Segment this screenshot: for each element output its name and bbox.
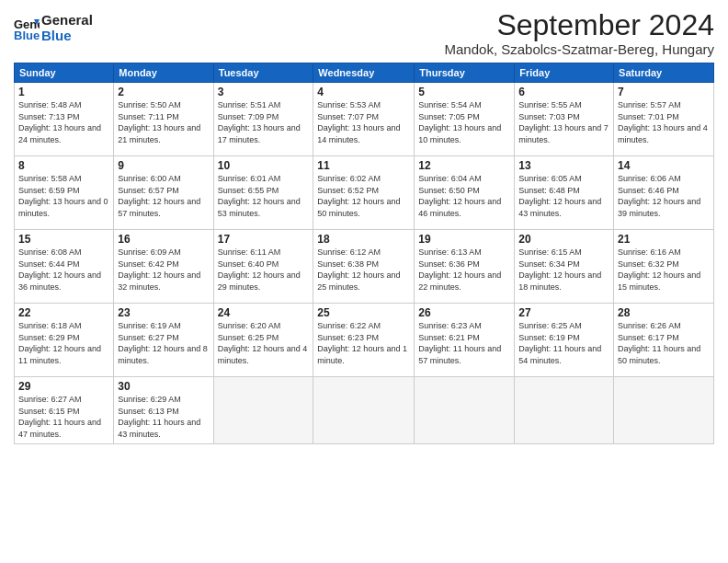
day-number: 9 — [118, 159, 209, 172]
calendar-cell: 21Sunrise: 6:16 AMSunset: 6:32 PMDayligh… — [614, 230, 714, 304]
calendar-cell: 6Sunrise: 5:55 AMSunset: 7:03 PMDaylight… — [515, 83, 614, 156]
calendar-cell — [415, 377, 515, 443]
logo: General Blue General Blue — [14, 13, 93, 43]
weekday-header-wednesday: Wednesday — [313, 63, 415, 83]
day-info: Sunrise: 6:22 AMSunset: 6:23 PMDaylight:… — [317, 320, 410, 366]
day-number: 25 — [317, 306, 410, 319]
calendar-week-4: 22Sunrise: 6:18 AMSunset: 6:29 PMDayligh… — [15, 304, 714, 377]
day-number: 2 — [118, 86, 209, 98]
day-number: 29 — [18, 380, 109, 393]
day-number: 13 — [518, 159, 609, 172]
day-info: Sunrise: 6:29 AMSunset: 6:13 PMDaylight:… — [118, 394, 209, 440]
day-number: 28 — [618, 306, 710, 319]
calendar-cell — [515, 377, 614, 443]
calendar-cell: 3Sunrise: 5:51 AMSunset: 7:09 PMDaylight… — [213, 83, 313, 156]
calendar-cell — [213, 377, 313, 443]
day-number: 30 — [118, 380, 209, 393]
calendar-cell: 4Sunrise: 5:53 AMSunset: 7:07 PMDaylight… — [313, 83, 415, 156]
month-title: September 2024 — [445, 9, 714, 41]
calendar-week-3: 15Sunrise: 6:08 AMSunset: 6:44 PMDayligh… — [15, 230, 714, 304]
calendar-cell: 24Sunrise: 6:20 AMSunset: 6:25 PMDayligh… — [213, 304, 313, 377]
day-number: 19 — [418, 233, 510, 246]
day-number: 21 — [618, 233, 710, 246]
calendar-cell: 15Sunrise: 6:08 AMSunset: 6:44 PMDayligh… — [15, 230, 114, 304]
day-info: Sunrise: 6:25 AMSunset: 6:19 PMDaylight:… — [518, 320, 609, 366]
svg-text:Blue: Blue — [14, 29, 40, 41]
day-info: Sunrise: 6:16 AMSunset: 6:32 PMDaylight:… — [618, 247, 710, 293]
day-number: 12 — [418, 159, 510, 172]
calendar-cell: 20Sunrise: 6:15 AMSunset: 6:34 PMDayligh… — [515, 230, 614, 304]
day-info: Sunrise: 6:00 AMSunset: 6:57 PMDaylight:… — [118, 173, 209, 219]
calendar-cell: 2Sunrise: 5:50 AMSunset: 7:11 PMDaylight… — [114, 83, 213, 156]
day-info: Sunrise: 6:27 AMSunset: 6:15 PMDaylight:… — [18, 394, 109, 440]
calendar-cell: 18Sunrise: 6:12 AMSunset: 6:38 PMDayligh… — [313, 230, 415, 304]
day-number: 1 — [18, 86, 109, 98]
day-info: Sunrise: 5:53 AMSunset: 7:07 PMDaylight:… — [317, 99, 410, 145]
day-number: 8 — [18, 159, 109, 172]
day-info: Sunrise: 6:05 AMSunset: 6:48 PMDaylight:… — [518, 173, 609, 219]
day-info: Sunrise: 5:54 AMSunset: 7:05 PMDaylight:… — [418, 99, 510, 145]
calendar-cell: 14Sunrise: 6:06 AMSunset: 6:46 PMDayligh… — [614, 156, 714, 230]
calendar-cell: 12Sunrise: 6:04 AMSunset: 6:50 PMDayligh… — [415, 156, 515, 230]
day-info: Sunrise: 6:15 AMSunset: 6:34 PMDaylight:… — [518, 247, 609, 293]
calendar-cell: 5Sunrise: 5:54 AMSunset: 7:05 PMDaylight… — [415, 83, 515, 156]
calendar-week-1: 1Sunrise: 5:48 AMSunset: 7:13 PMDaylight… — [15, 83, 714, 156]
calendar: SundayMondayTuesdayWednesdayThursdayFrid… — [14, 63, 714, 443]
calendar-cell: 25Sunrise: 6:22 AMSunset: 6:23 PMDayligh… — [313, 304, 415, 377]
calendar-cell: 1Sunrise: 5:48 AMSunset: 7:13 PMDaylight… — [15, 83, 114, 156]
calendar-cell: 11Sunrise: 6:02 AMSunset: 6:52 PMDayligh… — [313, 156, 415, 230]
weekday-header-monday: Monday — [114, 63, 213, 83]
calendar-cell: 17Sunrise: 6:11 AMSunset: 6:40 PMDayligh… — [213, 230, 313, 304]
day-info: Sunrise: 6:23 AMSunset: 6:21 PMDaylight:… — [418, 320, 510, 366]
calendar-cell: 13Sunrise: 6:05 AMSunset: 6:48 PMDayligh… — [515, 156, 614, 230]
day-number: 17 — [218, 233, 310, 246]
calendar-cell: 7Sunrise: 5:57 AMSunset: 7:01 PMDaylight… — [614, 83, 714, 156]
page: General Blue General Blue September 2024… — [0, 0, 728, 563]
day-number: 27 — [518, 306, 609, 319]
calendar-cell: 22Sunrise: 6:18 AMSunset: 6:29 PMDayligh… — [15, 304, 114, 377]
day-number: 20 — [518, 233, 609, 246]
calendar-cell: 19Sunrise: 6:13 AMSunset: 6:36 PMDayligh… — [415, 230, 515, 304]
day-number: 22 — [18, 306, 109, 319]
day-number: 6 — [518, 86, 609, 98]
day-info: Sunrise: 6:26 AMSunset: 6:17 PMDaylight:… — [618, 320, 710, 366]
day-info: Sunrise: 5:51 AMSunset: 7:09 PMDaylight:… — [218, 99, 310, 145]
weekday-header-thursday: Thursday — [415, 63, 515, 83]
calendar-cell: 30Sunrise: 6:29 AMSunset: 6:13 PMDayligh… — [114, 377, 213, 443]
calendar-cell: 10Sunrise: 6:01 AMSunset: 6:55 PMDayligh… — [213, 156, 313, 230]
day-info: Sunrise: 5:50 AMSunset: 7:11 PMDaylight:… — [118, 99, 209, 145]
calendar-cell — [313, 377, 415, 443]
logo-general: General — [41, 13, 93, 29]
weekday-header-sunday: Sunday — [15, 63, 114, 83]
day-number: 7 — [618, 86, 710, 98]
calendar-cell: 9Sunrise: 6:00 AMSunset: 6:57 PMDaylight… — [114, 156, 213, 230]
calendar-cell: 28Sunrise: 6:26 AMSunset: 6:17 PMDayligh… — [614, 304, 714, 377]
day-info: Sunrise: 5:48 AMSunset: 7:13 PMDaylight:… — [18, 99, 109, 145]
calendar-cell: 27Sunrise: 6:25 AMSunset: 6:19 PMDayligh… — [515, 304, 614, 377]
day-number: 11 — [317, 159, 410, 172]
day-number: 15 — [18, 233, 109, 246]
day-info: Sunrise: 6:08 AMSunset: 6:44 PMDaylight:… — [18, 247, 109, 293]
day-number: 14 — [618, 159, 710, 172]
header: General Blue General Blue September 2024… — [14, 9, 714, 57]
day-info: Sunrise: 5:57 AMSunset: 7:01 PMDaylight:… — [618, 99, 710, 145]
day-number: 24 — [218, 306, 310, 319]
logo-icon: General Blue — [14, 16, 40, 41]
calendar-week-2: 8Sunrise: 5:58 AMSunset: 6:59 PMDaylight… — [15, 156, 714, 230]
logo-blue: Blue — [41, 29, 93, 44]
calendar-cell: 16Sunrise: 6:09 AMSunset: 6:42 PMDayligh… — [114, 230, 213, 304]
day-number: 26 — [418, 306, 510, 319]
location-title: Mandok, Szabolcs-Szatmar-Bereg, Hungary — [445, 41, 714, 57]
calendar-cell: 23Sunrise: 6:19 AMSunset: 6:27 PMDayligh… — [114, 304, 213, 377]
day-number: 23 — [118, 306, 209, 319]
day-number: 4 — [317, 86, 410, 98]
calendar-week-5: 29Sunrise: 6:27 AMSunset: 6:15 PMDayligh… — [15, 377, 714, 443]
day-number: 16 — [118, 233, 209, 246]
day-number: 18 — [317, 233, 410, 246]
weekday-header-saturday: Saturday — [614, 63, 714, 83]
day-info: Sunrise: 5:58 AMSunset: 6:59 PMDaylight:… — [18, 173, 109, 219]
calendar-cell: 26Sunrise: 6:23 AMSunset: 6:21 PMDayligh… — [415, 304, 515, 377]
day-info: Sunrise: 6:02 AMSunset: 6:52 PMDaylight:… — [317, 173, 410, 219]
day-number: 5 — [418, 86, 510, 98]
day-info: Sunrise: 6:09 AMSunset: 6:42 PMDaylight:… — [118, 247, 209, 293]
